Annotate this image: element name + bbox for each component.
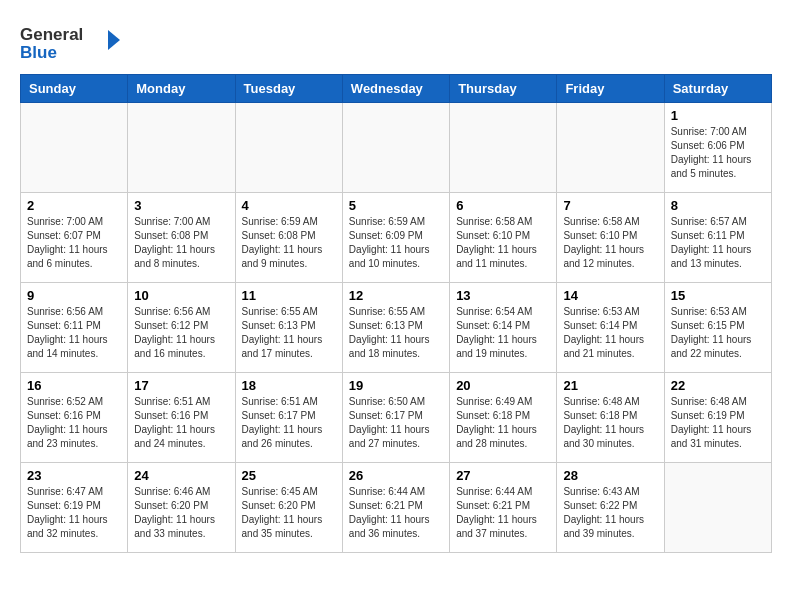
day-info: Sunrise: 6:52 AMSunset: 6:16 PMDaylight:… <box>27 395 121 451</box>
day-number: 23 <box>27 468 121 483</box>
weekday-header-monday: Monday <box>128 75 235 103</box>
calendar-cell <box>342 103 449 193</box>
calendar-cell: 17Sunrise: 6:51 AMSunset: 6:16 PMDayligh… <box>128 373 235 463</box>
day-info: Sunrise: 6:56 AMSunset: 6:12 PMDaylight:… <box>134 305 228 361</box>
day-info: Sunrise: 6:51 AMSunset: 6:16 PMDaylight:… <box>134 395 228 451</box>
calendar-cell: 20Sunrise: 6:49 AMSunset: 6:18 PMDayligh… <box>450 373 557 463</box>
day-info: Sunrise: 6:55 AMSunset: 6:13 PMDaylight:… <box>242 305 336 361</box>
day-number: 9 <box>27 288 121 303</box>
day-number: 11 <box>242 288 336 303</box>
weekday-header-tuesday: Tuesday <box>235 75 342 103</box>
calendar-table: SundayMondayTuesdayWednesdayThursdayFrid… <box>20 74 772 553</box>
day-info: Sunrise: 6:53 AMSunset: 6:15 PMDaylight:… <box>671 305 765 361</box>
day-info: Sunrise: 6:58 AMSunset: 6:10 PMDaylight:… <box>456 215 550 271</box>
day-number: 21 <box>563 378 657 393</box>
day-number: 18 <box>242 378 336 393</box>
calendar-cell: 8Sunrise: 6:57 AMSunset: 6:11 PMDaylight… <box>664 193 771 283</box>
day-number: 16 <box>27 378 121 393</box>
day-number: 8 <box>671 198 765 213</box>
calendar-cell <box>664 463 771 553</box>
day-number: 7 <box>563 198 657 213</box>
calendar-week-row: 2Sunrise: 7:00 AMSunset: 6:07 PMDaylight… <box>21 193 772 283</box>
day-info: Sunrise: 6:51 AMSunset: 6:17 PMDaylight:… <box>242 395 336 451</box>
day-info: Sunrise: 6:48 AMSunset: 6:19 PMDaylight:… <box>671 395 765 451</box>
calendar-week-row: 16Sunrise: 6:52 AMSunset: 6:16 PMDayligh… <box>21 373 772 463</box>
day-info: Sunrise: 6:44 AMSunset: 6:21 PMDaylight:… <box>456 485 550 541</box>
svg-marker-2 <box>108 30 120 50</box>
day-info: Sunrise: 7:00 AMSunset: 6:07 PMDaylight:… <box>27 215 121 271</box>
day-number: 2 <box>27 198 121 213</box>
day-number: 26 <box>349 468 443 483</box>
day-info: Sunrise: 7:00 AMSunset: 6:08 PMDaylight:… <box>134 215 228 271</box>
day-info: Sunrise: 6:58 AMSunset: 6:10 PMDaylight:… <box>563 215 657 271</box>
day-number: 25 <box>242 468 336 483</box>
calendar-cell: 6Sunrise: 6:58 AMSunset: 6:10 PMDaylight… <box>450 193 557 283</box>
weekday-header-saturday: Saturday <box>664 75 771 103</box>
calendar-cell <box>128 103 235 193</box>
calendar-cell <box>21 103 128 193</box>
calendar-cell: 11Sunrise: 6:55 AMSunset: 6:13 PMDayligh… <box>235 283 342 373</box>
calendar-cell: 18Sunrise: 6:51 AMSunset: 6:17 PMDayligh… <box>235 373 342 463</box>
day-info: Sunrise: 6:45 AMSunset: 6:20 PMDaylight:… <box>242 485 336 541</box>
day-info: Sunrise: 6:55 AMSunset: 6:13 PMDaylight:… <box>349 305 443 361</box>
day-number: 12 <box>349 288 443 303</box>
day-number: 3 <box>134 198 228 213</box>
calendar-cell: 28Sunrise: 6:43 AMSunset: 6:22 PMDayligh… <box>557 463 664 553</box>
day-number: 1 <box>671 108 765 123</box>
page-header: General Blue <box>20 20 772 64</box>
calendar-cell: 22Sunrise: 6:48 AMSunset: 6:19 PMDayligh… <box>664 373 771 463</box>
day-number: 15 <box>671 288 765 303</box>
calendar-cell: 3Sunrise: 7:00 AMSunset: 6:08 PMDaylight… <box>128 193 235 283</box>
weekday-header-thursday: Thursday <box>450 75 557 103</box>
calendar-cell: 27Sunrise: 6:44 AMSunset: 6:21 PMDayligh… <box>450 463 557 553</box>
calendar-cell <box>557 103 664 193</box>
day-info: Sunrise: 6:44 AMSunset: 6:21 PMDaylight:… <box>349 485 443 541</box>
day-info: Sunrise: 6:50 AMSunset: 6:17 PMDaylight:… <box>349 395 443 451</box>
calendar-cell: 15Sunrise: 6:53 AMSunset: 6:15 PMDayligh… <box>664 283 771 373</box>
weekday-header-wednesday: Wednesday <box>342 75 449 103</box>
day-info: Sunrise: 6:56 AMSunset: 6:11 PMDaylight:… <box>27 305 121 361</box>
day-number: 27 <box>456 468 550 483</box>
day-number: 13 <box>456 288 550 303</box>
day-number: 17 <box>134 378 228 393</box>
day-number: 6 <box>456 198 550 213</box>
calendar-cell <box>450 103 557 193</box>
calendar-cell: 23Sunrise: 6:47 AMSunset: 6:19 PMDayligh… <box>21 463 128 553</box>
day-number: 4 <box>242 198 336 213</box>
logo-icon: General Blue <box>20 20 120 64</box>
day-info: Sunrise: 6:48 AMSunset: 6:18 PMDaylight:… <box>563 395 657 451</box>
calendar-cell: 5Sunrise: 6:59 AMSunset: 6:09 PMDaylight… <box>342 193 449 283</box>
day-number: 28 <box>563 468 657 483</box>
day-info: Sunrise: 6:54 AMSunset: 6:14 PMDaylight:… <box>456 305 550 361</box>
calendar-cell: 19Sunrise: 6:50 AMSunset: 6:17 PMDayligh… <box>342 373 449 463</box>
weekday-header-friday: Friday <box>557 75 664 103</box>
calendar-week-row: 23Sunrise: 6:47 AMSunset: 6:19 PMDayligh… <box>21 463 772 553</box>
calendar-cell: 25Sunrise: 6:45 AMSunset: 6:20 PMDayligh… <box>235 463 342 553</box>
day-info: Sunrise: 6:47 AMSunset: 6:19 PMDaylight:… <box>27 485 121 541</box>
day-number: 14 <box>563 288 657 303</box>
day-number: 20 <box>456 378 550 393</box>
day-number: 24 <box>134 468 228 483</box>
calendar-cell: 4Sunrise: 6:59 AMSunset: 6:08 PMDaylight… <box>235 193 342 283</box>
day-info: Sunrise: 7:00 AMSunset: 6:06 PMDaylight:… <box>671 125 765 181</box>
day-number: 10 <box>134 288 228 303</box>
day-info: Sunrise: 6:59 AMSunset: 6:08 PMDaylight:… <box>242 215 336 271</box>
calendar-cell: 26Sunrise: 6:44 AMSunset: 6:21 PMDayligh… <box>342 463 449 553</box>
calendar-cell: 7Sunrise: 6:58 AMSunset: 6:10 PMDaylight… <box>557 193 664 283</box>
svg-text:Blue: Blue <box>20 43 57 62</box>
day-number: 5 <box>349 198 443 213</box>
calendar-cell: 10Sunrise: 6:56 AMSunset: 6:12 PMDayligh… <box>128 283 235 373</box>
calendar-week-row: 9Sunrise: 6:56 AMSunset: 6:11 PMDaylight… <box>21 283 772 373</box>
svg-text:General: General <box>20 25 83 44</box>
day-number: 22 <box>671 378 765 393</box>
calendar-cell: 9Sunrise: 6:56 AMSunset: 6:11 PMDaylight… <box>21 283 128 373</box>
day-info: Sunrise: 6:49 AMSunset: 6:18 PMDaylight:… <box>456 395 550 451</box>
weekday-header-sunday: Sunday <box>21 75 128 103</box>
day-info: Sunrise: 6:46 AMSunset: 6:20 PMDaylight:… <box>134 485 228 541</box>
calendar-cell: 14Sunrise: 6:53 AMSunset: 6:14 PMDayligh… <box>557 283 664 373</box>
day-info: Sunrise: 6:57 AMSunset: 6:11 PMDaylight:… <box>671 215 765 271</box>
calendar-cell: 24Sunrise: 6:46 AMSunset: 6:20 PMDayligh… <box>128 463 235 553</box>
day-info: Sunrise: 6:59 AMSunset: 6:09 PMDaylight:… <box>349 215 443 271</box>
calendar-cell: 1Sunrise: 7:00 AMSunset: 6:06 PMDaylight… <box>664 103 771 193</box>
day-number: 19 <box>349 378 443 393</box>
